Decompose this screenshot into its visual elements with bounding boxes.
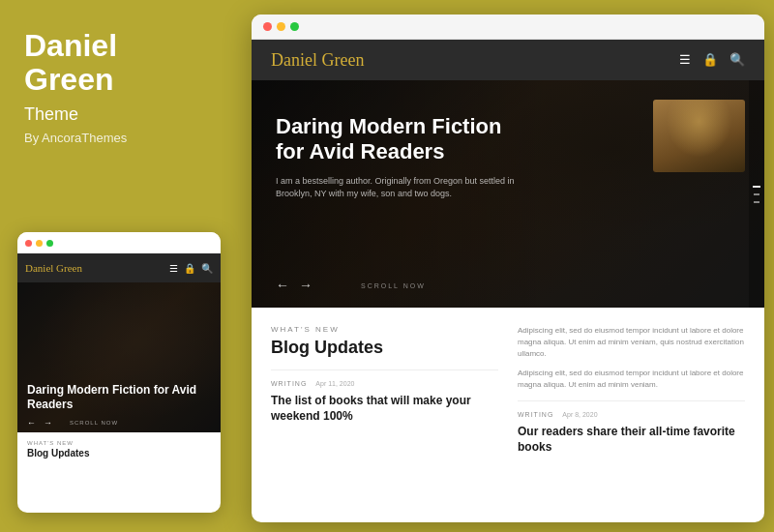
post2-date: Apr 8, 2020 <box>562 411 597 418</box>
hero-scroll-label: SCROLL NOW <box>361 282 426 289</box>
desktop-mockup: Daniel Green ☰ 🔒 🔍 Daring Modern Fiction… <box>252 15 764 522</box>
mobile-logo: Daniel Green <box>25 262 82 274</box>
desktop-logo: Daniel Green <box>271 50 364 71</box>
mobile-dot-green <box>46 240 53 247</box>
theme-by: By AncoraThemes <box>24 131 213 145</box>
blog-right: Adipiscing elit, sed do eiusmod tempor i… <box>518 325 745 455</box>
mobile-next-arrow[interactable]: → <box>44 418 52 428</box>
desktop-lock-icon[interactable]: 🔒 <box>702 52 718 68</box>
blog-left: WHAT'S NEW Blog Updates WRITING Apr 11, … <box>271 325 498 455</box>
mobile-search-icon: 🔍 <box>201 263 213 274</box>
blog-divider-1 <box>271 369 498 370</box>
mobile-blog-section: WHAT'S NEW Blog Updates <box>17 432 221 466</box>
blog-desc-2: Adipiscing elit, sed do eiusmod tempor i… <box>518 368 745 391</box>
theme-title: Daniel Green <box>24 29 213 97</box>
desktop-dot-yellow <box>277 22 285 31</box>
sidebar-tick-3 <box>754 201 759 203</box>
mobile-mockup: Daniel Green ☰ 🔒 🔍 Daring Modern Fiction… <box>17 232 221 513</box>
desktop-hero-thumbnail <box>653 100 745 172</box>
sidebar-tick-2 <box>754 193 759 195</box>
hero-sidebar-indicator <box>749 80 764 308</box>
theme-subtitle: Theme <box>24 104 213 125</box>
desktop-hero-title: Daring Modern Fiction for Avid Readers <box>276 114 518 165</box>
mobile-nav: Daniel Green ☰ 🔒 🔍 <box>17 253 221 282</box>
blog-section-title: Blog Updates <box>271 338 498 358</box>
desktop-hero-controls: ← → SCROLL NOW <box>276 278 426 293</box>
desktop-nav: Daniel Green ☰ 🔒 🔍 <box>252 40 764 80</box>
mobile-whats-new: WHAT'S NEW <box>27 440 211 446</box>
sidebar-tick-1 <box>753 186 760 188</box>
mobile-hero: Daring Modern Fiction for Avid Readers ←… <box>17 282 221 432</box>
desktop-hero: Daring Modern Fiction for Avid Readers I… <box>252 80 764 308</box>
post1-date: Apr 11, 2020 <box>315 380 354 387</box>
post1-meta: WRITING Apr 11, 2020 <box>271 380 498 390</box>
hero-next-arrow[interactable]: → <box>299 278 313 293</box>
post1-tag: WRITING <box>271 380 307 387</box>
mobile-hero-title: Daring Modern Fiction for Avid Readers <box>27 383 211 413</box>
desktop-hero-desc: I am a bestselling author. Originally fr… <box>276 175 518 201</box>
desktop-menu-icon[interactable]: ☰ <box>679 52 691 68</box>
hero-prev-arrow[interactable]: ← <box>276 278 289 293</box>
post2-meta: WRITING Apr 8, 2020 <box>518 411 745 421</box>
mobile-hero-controls: ← → SCROLL NOW <box>27 418 211 428</box>
post2-title[interactable]: Our readers share their all-time favorit… <box>518 425 745 455</box>
mobile-menu-icon: ☰ <box>169 263 178 274</box>
blog-divider-2 <box>518 400 745 401</box>
desktop-blog-section: WHAT'S NEW Blog Updates WRITING Apr 11, … <box>252 308 764 472</box>
desktop-dot-red <box>263 22 272 31</box>
thumbnail-inner <box>653 100 745 172</box>
desktop-hero-content: Daring Modern Fiction for Avid Readers I… <box>276 114 518 201</box>
mobile-prev-arrow[interactable]: ← <box>27 418 36 428</box>
mobile-dot-red <box>25 240 32 247</box>
post2-tag: WRITING <box>518 411 553 418</box>
desktop-top-bar <box>252 15 764 40</box>
mobile-scroll-label: SCROLL NOW <box>70 420 118 426</box>
mobile-top-bar <box>17 232 221 253</box>
left-panel: Daniel Green Theme By AncoraThemes Danie… <box>0 0 237 532</box>
blog-desc-1: Adipiscing elit, sed do eiusmod tempor i… <box>518 325 745 360</box>
mobile-hero-text: Daring Modern Fiction for Avid Readers <box>27 383 211 413</box>
desktop-search-icon[interactable]: 🔍 <box>729 52 745 68</box>
mobile-nav-icons: ☰ 🔒 🔍 <box>169 263 213 274</box>
blog-whats-new: WHAT'S NEW <box>271 325 498 334</box>
mobile-blog-title: Blog Updates <box>27 448 211 458</box>
post1-title[interactable]: The list of books that will make your we… <box>271 394 498 424</box>
desktop-nav-icons: ☰ 🔒 🔍 <box>679 52 745 68</box>
mobile-dot-yellow <box>36 240 43 247</box>
desktop-dot-green <box>290 22 299 31</box>
mobile-lock-icon: 🔒 <box>184 263 195 274</box>
